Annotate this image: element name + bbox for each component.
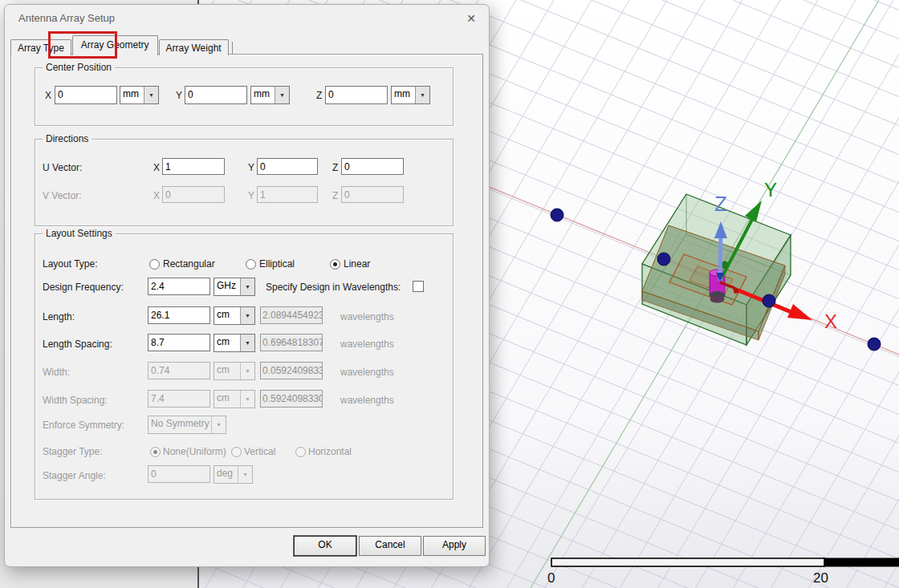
length-spacing-input[interactable]: 8.7 bbox=[148, 334, 210, 351]
radio-stagger-vertical bbox=[231, 447, 242, 457]
chevron-down-icon[interactable]: ▼ bbox=[240, 307, 254, 324]
stagger-type-label: Stagger Type: bbox=[43, 446, 103, 457]
group-legend: Center Position bbox=[43, 62, 115, 73]
cp-y-unit-select[interactable]: mm▼ bbox=[250, 86, 290, 104]
v-z-label: Z bbox=[332, 190, 338, 201]
specify-wavelengths-label[interactable]: Specify Design in Wavelengths: bbox=[266, 282, 401, 293]
u-vector-label: U Vector: bbox=[43, 162, 82, 173]
u-x-input[interactable]: 1 bbox=[162, 158, 225, 175]
unit-value: mm bbox=[120, 87, 144, 103]
unit-value: cm bbox=[214, 335, 240, 351]
array-element-dot bbox=[868, 338, 881, 351]
radio-rectangular-label[interactable]: Rectangular bbox=[163, 258, 215, 270]
cp-y-label: Y bbox=[176, 90, 182, 101]
u-y-input[interactable]: 0 bbox=[257, 158, 318, 175]
scale-start-label: 0 bbox=[547, 570, 555, 586]
stagger-angle-unit-select: deg▼ bbox=[214, 465, 253, 484]
tab-array-type[interactable]: Array Type bbox=[10, 39, 71, 55]
radio-elliptical-label[interactable]: Elliptical bbox=[259, 258, 295, 270]
width-spacing-unit-select: cm▼ bbox=[214, 390, 255, 408]
width-input: 0.74 bbox=[148, 362, 210, 379]
width-spacing-label: Width Spacing: bbox=[43, 395, 108, 406]
v-y-label: Y bbox=[248, 190, 254, 201]
array-element-dot bbox=[763, 294, 775, 307]
enforce-symmetry-select: No Symmetry▼ bbox=[148, 416, 226, 434]
tab-array-geometry[interactable]: Array Geometry bbox=[72, 35, 158, 55]
v-z-input: 0 bbox=[341, 186, 404, 203]
cp-y-input[interactable]: 0 bbox=[185, 86, 247, 104]
radio-stagger-vertical-label: Vertical bbox=[244, 446, 275, 457]
symmetry-value: No Symmetry bbox=[148, 416, 211, 433]
width-spacing-input: 7.4 bbox=[148, 390, 210, 408]
apply-button[interactable]: Apply bbox=[423, 536, 486, 556]
design-frequency-label: Design Frequency: bbox=[43, 282, 124, 293]
cancel-button[interactable]: Cancel bbox=[359, 536, 421, 556]
radio-linear[interactable] bbox=[330, 259, 340, 270]
width-unit-select: cm▼ bbox=[214, 362, 255, 380]
length-wavelengths-value: 2.08944549232 bbox=[260, 306, 323, 324]
wavelengths-suffix: wavelengths bbox=[340, 311, 394, 322]
y-axis-label: Y bbox=[764, 179, 777, 201]
chevron-down-icon: ▼ bbox=[211, 416, 226, 433]
chevron-down-icon[interactable]: ▼ bbox=[240, 335, 254, 351]
cp-z-label: Z bbox=[316, 90, 322, 101]
length-input[interactable]: 26.1 bbox=[148, 306, 210, 324]
radio-stagger-none-label: None(Uniform) bbox=[163, 446, 226, 457]
width-wavelengths-value: 0.05924098330 bbox=[260, 362, 323, 379]
radio-elliptical[interactable] bbox=[246, 259, 256, 270]
radio-linear-label[interactable]: Linear bbox=[344, 258, 370, 270]
close-icon[interactable]: ✕ bbox=[463, 10, 479, 26]
cp-z-unit-select[interactable]: mm▼ bbox=[391, 86, 430, 104]
dialog-title: Antenna Array Setup bbox=[18, 12, 115, 24]
wavelengths-suffix: wavelengths bbox=[340, 395, 394, 406]
antenna-array-setup-dialog: Antenna Array Setup ✕ Array Type Array G… bbox=[4, 4, 490, 567]
unit-value: GHz bbox=[214, 278, 240, 295]
width-label: Width: bbox=[43, 367, 70, 378]
v-x-input: 0 bbox=[162, 186, 225, 203]
stagger-angle-input: 0 bbox=[148, 465, 210, 483]
cp-x-label: X bbox=[45, 90, 51, 101]
chevron-down-icon[interactable]: ▼ bbox=[144, 87, 158, 103]
v-vector-label: V Vector: bbox=[43, 190, 82, 201]
cp-x-unit-select[interactable]: mm▼ bbox=[120, 86, 159, 104]
radio-stagger-horizontal bbox=[295, 447, 306, 457]
radio-stagger-horizontal-label: Horizontal bbox=[308, 446, 352, 457]
wavelengths-suffix: wavelengths bbox=[340, 367, 394, 378]
radio-stagger-none bbox=[150, 447, 161, 457]
radio-rectangular[interactable] bbox=[149, 259, 160, 270]
v-x-label: X bbox=[153, 190, 160, 201]
enforce-symmetry-label: Enforce Symmetry: bbox=[43, 420, 124, 431]
chevron-down-icon[interactable]: ▼ bbox=[240, 278, 254, 295]
length-label: Length: bbox=[43, 311, 75, 322]
design-frequency-unit-select[interactable]: GHz▼ bbox=[214, 278, 255, 296]
v-y-input: 1 bbox=[257, 186, 318, 203]
group-legend: Layout Settings bbox=[43, 228, 116, 239]
wavelengths-suffix: wavelengths bbox=[340, 339, 394, 350]
cp-x-input[interactable]: 0 bbox=[55, 86, 117, 104]
tab-array-weight[interactable]: Array Weight bbox=[159, 39, 229, 55]
group-legend: Directions bbox=[43, 133, 92, 144]
length-spacing-label: Length Spacing: bbox=[43, 339, 112, 350]
application-window: X Y Z 0 20 Antenna Array Setup ✕ Array T… bbox=[0, 0, 899, 588]
tab-strip: Array Type Array Geometry Array Weight bbox=[10, 35, 233, 55]
length-spacing-unit-select[interactable]: cm▼ bbox=[214, 334, 255, 352]
chevron-down-icon[interactable]: ▼ bbox=[415, 87, 429, 103]
z-axis-label: Z bbox=[714, 192, 727, 216]
scale-end-label: 20 bbox=[813, 570, 828, 586]
stagger-angle-label: Stagger Angle: bbox=[43, 470, 106, 481]
u-z-input[interactable]: 0 bbox=[341, 158, 404, 175]
unit-value: mm bbox=[251, 87, 275, 103]
chevron-down-icon: ▼ bbox=[240, 363, 254, 379]
u-x-label: X bbox=[153, 162, 160, 173]
array-element-dot bbox=[657, 253, 670, 266]
design-frequency-input[interactable]: 2.4 bbox=[148, 278, 210, 295]
chevron-down-icon: ▼ bbox=[240, 391, 254, 408]
cp-z-input[interactable]: 0 bbox=[325, 86, 388, 104]
chevron-down-icon[interactable]: ▼ bbox=[275, 87, 289, 103]
ok-button[interactable]: OK bbox=[294, 536, 356, 556]
u-z-label: Z bbox=[332, 162, 338, 173]
specify-wavelengths-checkbox[interactable] bbox=[413, 281, 424, 292]
directions-group: Directions bbox=[35, 139, 454, 226]
length-unit-select[interactable]: cm▼ bbox=[214, 306, 255, 325]
unit-value: cm bbox=[214, 307, 240, 324]
